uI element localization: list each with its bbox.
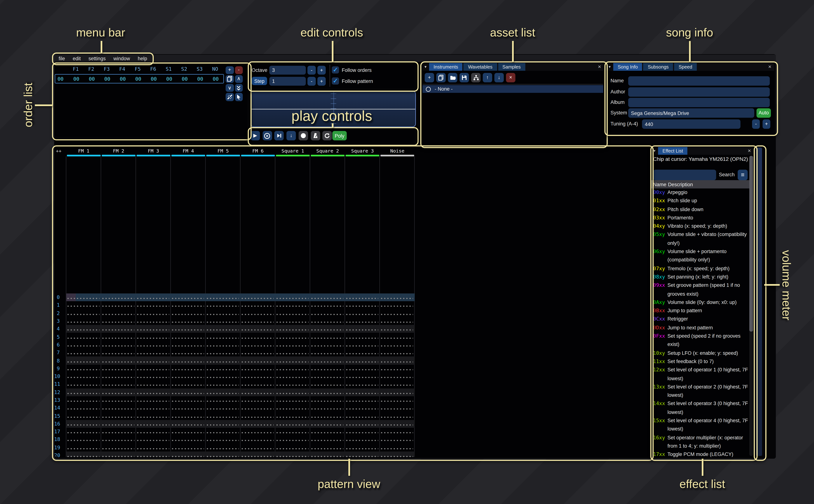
open-asset-button[interactable] — [448, 73, 457, 82]
poly-button[interactable]: Poly — [332, 131, 347, 140]
pattern-cell[interactable] — [380, 317, 415, 325]
effect-row-11xx[interactable]: 11xxSet feedback (0 to 7) — [653, 358, 748, 366]
pattern-cell[interactable] — [136, 380, 171, 388]
pattern-cell[interactable] — [240, 341, 275, 349]
pattern-cell[interactable] — [171, 309, 206, 317]
effect-row-02xx[interactable]: 02xxPitch slide down — [653, 205, 748, 214]
asset-tab-instruments[interactable]: Instruments — [429, 63, 463, 71]
effect-row-07xy[interactable]: 07xyTremolo (x: speed; y: depth) — [653, 265, 748, 273]
pattern-cell[interactable] — [66, 309, 101, 317]
pattern-cell[interactable] — [101, 349, 136, 357]
pattern-cell[interactable] — [66, 452, 101, 457]
pattern-cell[interactable] — [380, 357, 415, 365]
pattern-cell[interactable] — [136, 301, 171, 309]
effect-row-04xy[interactable]: 04xyVibrato (x: speed; y: depth) — [653, 222, 748, 231]
pattern-cell[interactable] — [380, 444, 415, 452]
pattern-cell[interactable] — [171, 333, 206, 341]
pattern-cell[interactable] — [206, 404, 240, 412]
pattern-cell[interactable] — [66, 380, 101, 388]
pattern-cell[interactable] — [206, 428, 240, 436]
octave-decrease-button[interactable]: - — [307, 66, 316, 75]
pattern-cell[interactable] — [275, 372, 310, 380]
pattern-cell[interactable] — [275, 452, 310, 457]
pattern-cell[interactable] — [136, 341, 171, 349]
pattern-cell[interactable] — [101, 301, 136, 309]
channel-header-square-1[interactable]: Square 1 — [275, 148, 310, 154]
pattern-cell[interactable] — [275, 333, 310, 341]
duplicate-asset-button[interactable] — [436, 73, 446, 82]
asset-list-item[interactable]: - None - — [423, 85, 603, 93]
pattern-cell[interactable] — [101, 365, 136, 372]
pattern-cell[interactable] — [101, 293, 136, 301]
pattern-cell[interactable] — [310, 404, 345, 412]
menu-item-file[interactable]: file — [59, 56, 65, 61]
channel-header-fm-4[interactable]: FM 4 — [171, 148, 206, 154]
effect-row-0Cxx[interactable]: 0CxxRetrigger — [653, 315, 748, 324]
repeat-pattern-button[interactable] — [322, 131, 332, 140]
order-cell-S2[interactable]: 00 — [177, 76, 192, 82]
pattern-cell[interactable] — [380, 428, 415, 436]
song-info-collapse-icon[interactable]: ▼ — [606, 63, 613, 71]
effect-row-00xy[interactable]: 00xyArpeggio — [653, 188, 748, 197]
effect-list-scrollbar[interactable] — [749, 156, 753, 456]
pattern-cell[interactable] — [66, 372, 101, 380]
pattern-cell[interactable] — [171, 428, 206, 436]
menu-item-window[interactable]: window — [113, 56, 130, 61]
pattern-cell[interactable] — [310, 325, 345, 333]
order-cell-F4[interactable]: 00 — [115, 76, 130, 82]
pattern-cell[interactable] — [136, 357, 171, 365]
order-add-button[interactable]: + — [226, 66, 234, 74]
effect-row-13xx[interactable]: 13xxSet level of operator 2 (0 highest, … — [653, 383, 748, 400]
pattern-cell[interactable] — [66, 388, 101, 396]
system-input[interactable]: Sega Genesis/Mega Drive — [628, 108, 754, 118]
pattern-cell[interactable] — [206, 341, 240, 349]
pattern-cell[interactable] — [206, 301, 240, 309]
pattern-cell[interactable] — [345, 380, 380, 388]
pattern-cell[interactable] — [275, 317, 310, 325]
channel-header-fm-1[interactable]: FM 1 — [66, 148, 101, 154]
song-info-tab-speed[interactable]: Speed — [674, 63, 697, 71]
tuning-increase-button[interactable]: + — [763, 119, 770, 129]
pattern-cell[interactable] — [275, 412, 310, 420]
pattern-cell[interactable] — [275, 325, 310, 333]
pattern-cell[interactable] — [206, 365, 240, 372]
follow-pattern-checkbox[interactable]: ✓ — [332, 77, 339, 85]
pattern-cell[interactable] — [380, 333, 415, 341]
pattern-cell[interactable] — [171, 396, 206, 404]
stop-button[interactable] — [298, 131, 308, 140]
pattern-cell[interactable] — [345, 420, 380, 428]
delete-asset-button[interactable]: × — [506, 73, 516, 82]
pattern-cell[interactable] — [136, 428, 171, 436]
effect-row-09xx[interactable]: 09xxSet groove pattern (speed 1 if no gr… — [653, 281, 748, 298]
asset-list-close-icon[interactable]: × — [598, 64, 601, 70]
channel-header-fm-3[interactable]: FM 3 — [136, 148, 171, 154]
pattern-cell[interactable] — [66, 301, 101, 309]
effect-row-01xx[interactable]: 01xxPitch slide up — [653, 197, 748, 205]
pattern-cell[interactable] — [101, 325, 136, 333]
pattern-cell[interactable] — [345, 349, 380, 357]
toggle-folders-button[interactable] — [471, 73, 481, 82]
pattern-cell[interactable] — [101, 380, 136, 388]
pattern-cell[interactable] — [171, 444, 206, 452]
pattern-cell[interactable] — [380, 420, 415, 428]
pattern-cell[interactable] — [240, 349, 275, 357]
pattern-cell[interactable] — [101, 452, 136, 457]
effect-row-16xy[interactable]: 16xySet operator multiplier (x: operator… — [653, 434, 748, 451]
pattern-cell[interactable] — [66, 428, 101, 436]
pattern-cell[interactable] — [310, 436, 345, 444]
pattern-cell[interactable] — [206, 325, 240, 333]
effect-row-15xx[interactable]: 15xxSet level of operator 4 (0 highest, … — [653, 417, 748, 434]
pattern-cell[interactable] — [206, 412, 240, 420]
pattern-cell[interactable] — [66, 404, 101, 412]
menu-item-settings[interactable]: settings — [88, 56, 106, 61]
pattern-cell[interactable] — [275, 341, 310, 349]
save-asset-button[interactable] — [460, 73, 469, 82]
pattern-cell[interactable] — [171, 301, 206, 309]
song-info-close-icon[interactable]: × — [768, 64, 771, 70]
pattern-cell[interactable] — [66, 349, 101, 357]
pattern-cell[interactable] — [136, 436, 171, 444]
pattern-cell[interactable] — [310, 349, 345, 357]
pattern-cell[interactable] — [136, 388, 171, 396]
pattern-cell[interactable] — [380, 301, 415, 309]
pattern-cell[interactable] — [171, 404, 206, 412]
